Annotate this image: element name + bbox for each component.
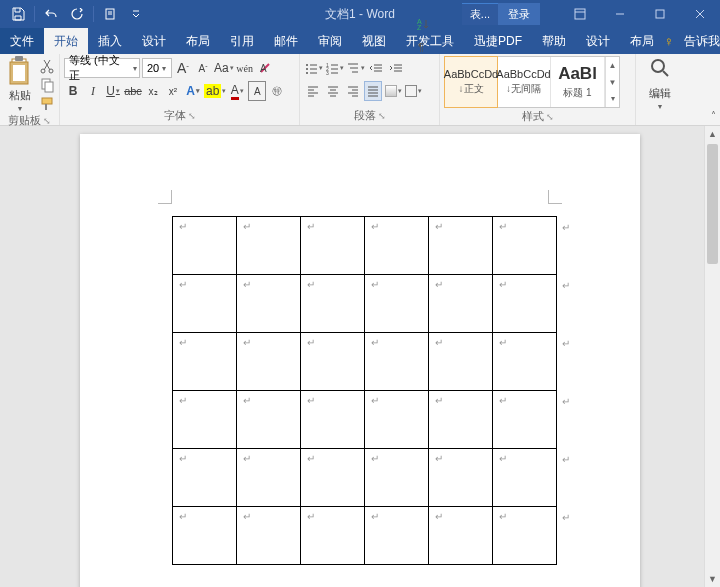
copy-button[interactable]: [39, 77, 55, 93]
strikethrough-button[interactable]: abc: [124, 81, 142, 101]
close-button[interactable]: [680, 0, 720, 28]
table-cell[interactable]: ↵: [429, 507, 493, 565]
table-row[interactable]: ↵↵↵↵↵↵: [173, 391, 557, 449]
text-effects-button[interactable]: A▾: [184, 81, 202, 101]
table-cell[interactable]: ↵: [365, 217, 429, 275]
edit-dropdown[interactable]: ▼: [657, 103, 664, 110]
table-cell[interactable]: ↵: [493, 391, 557, 449]
table-row[interactable]: ↵↵↵↵↵↵: [173, 275, 557, 333]
document-table[interactable]: ↵↵↵↵↵↵↵↵↵↵↵↵↵↵↵↵↵↵↵↵↵↵↵↵↵↵↵↵↵↵↵↵↵↵↵↵: [172, 216, 557, 565]
table-cell[interactable]: ↵: [173, 507, 237, 565]
table-cell[interactable]: ↵: [237, 217, 301, 275]
show-marks-button[interactable]: ¶: [414, 37, 432, 57]
table-cell[interactable]: ↵: [173, 333, 237, 391]
table-tools-tab[interactable]: 表...: [462, 3, 498, 25]
tab-xunjie[interactable]: 迅捷PDF: [464, 28, 532, 54]
table-cell[interactable]: ↵: [173, 217, 237, 275]
table-cell[interactable]: ↵: [365, 333, 429, 391]
grow-font-button[interactable]: Aˆ: [174, 58, 192, 78]
styles-up[interactable]: ▲: [606, 57, 619, 74]
styles-more[interactable]: ▾: [606, 90, 619, 107]
table-cell[interactable]: ↵: [429, 449, 493, 507]
format-painter-button[interactable]: [39, 96, 55, 112]
styles-down[interactable]: ▼: [606, 74, 619, 91]
borders-button[interactable]: ▾: [404, 81, 422, 101]
font-size-combo[interactable]: 20▾: [142, 58, 172, 78]
table-cell[interactable]: ↵: [173, 391, 237, 449]
underline-button[interactable]: U▾: [104, 81, 122, 101]
table-cell[interactable]: ↵: [301, 333, 365, 391]
superscript-button[interactable]: x²: [164, 81, 182, 101]
tab-mail[interactable]: 邮件: [264, 28, 308, 54]
table-row[interactable]: ↵↵↵↵↵↵: [173, 507, 557, 565]
table-cell[interactable]: ↵: [237, 333, 301, 391]
ribbon-options-button[interactable]: [560, 0, 600, 28]
table-cell[interactable]: ↵: [429, 217, 493, 275]
shrink-font-button[interactable]: Aˇ: [194, 58, 212, 78]
login-button[interactable]: 登录: [498, 3, 540, 25]
increase-indent-button[interactable]: [387, 58, 405, 78]
scroll-thumb[interactable]: [707, 144, 718, 264]
table-cell[interactable]: ↵: [237, 275, 301, 333]
styles-launcher[interactable]: ⤡: [546, 112, 554, 122]
tab-table-design[interactable]: 设计: [576, 28, 620, 54]
tab-design[interactable]: 设计: [132, 28, 176, 54]
tab-references[interactable]: 引用: [220, 28, 264, 54]
redo-button[interactable]: [65, 2, 89, 26]
shading-button[interactable]: ▾: [384, 81, 402, 101]
table-cell[interactable]: ↵: [173, 449, 237, 507]
multilevel-list-button[interactable]: ▾: [346, 58, 365, 78]
tab-insert[interactable]: 插入: [88, 28, 132, 54]
table-cell[interactable]: ↵: [237, 391, 301, 449]
numbering-button[interactable]: 123▾: [325, 58, 344, 78]
tab-file[interactable]: 文件: [0, 28, 44, 54]
tellme-button[interactable]: 告诉我: [678, 33, 720, 50]
table-cell[interactable]: ↵: [301, 391, 365, 449]
table-cell[interactable]: ↵: [301, 507, 365, 565]
table-cell[interactable]: ↵: [493, 507, 557, 565]
table-cell[interactable]: ↵: [237, 449, 301, 507]
qa-customize-dropdown[interactable]: [124, 2, 148, 26]
minimize-button[interactable]: [600, 0, 640, 28]
change-case-button[interactable]: Aa▾: [214, 58, 234, 78]
save-button[interactable]: [6, 2, 30, 26]
scroll-down-button[interactable]: ▼: [705, 571, 720, 587]
font-color-button[interactable]: A▾: [228, 81, 246, 101]
tab-review[interactable]: 审阅: [308, 28, 352, 54]
phonetic-button[interactable]: wén: [236, 58, 254, 78]
subscript-button[interactable]: x₂: [144, 81, 162, 101]
align-left-button[interactable]: [304, 81, 322, 101]
table-row[interactable]: ↵↵↵↵↵↵: [173, 333, 557, 391]
tab-table-layout[interactable]: 布局: [620, 28, 664, 54]
table-cell[interactable]: ↵: [365, 391, 429, 449]
table-cell[interactable]: ↵: [365, 507, 429, 565]
paste-button[interactable]: 粘贴 ▼: [4, 56, 36, 112]
char-border-button[interactable]: A: [248, 81, 266, 101]
clipboard-launcher[interactable]: ⤡: [43, 116, 51, 126]
enclose-char-button[interactable]: ㊕: [268, 81, 286, 101]
bullets-button[interactable]: ▾: [304, 58, 323, 78]
scroll-up-button[interactable]: ▲: [705, 126, 720, 142]
table-cell[interactable]: ↵: [493, 449, 557, 507]
table-cell[interactable]: ↵: [237, 507, 301, 565]
tab-view[interactable]: 视图: [352, 28, 396, 54]
bold-button[interactable]: B: [64, 81, 82, 101]
table-cell[interactable]: ↵: [429, 333, 493, 391]
table-cell[interactable]: ↵: [301, 275, 365, 333]
style-nospacing[interactable]: AaBbCcDd ↓无间隔: [497, 57, 551, 107]
table-row[interactable]: ↵↵↵↵↵↵: [173, 449, 557, 507]
qa-new-button[interactable]: [98, 2, 122, 26]
justify-button[interactable]: [364, 81, 382, 101]
align-center-button[interactable]: [324, 81, 342, 101]
table-cell[interactable]: ↵: [301, 449, 365, 507]
table-cell[interactable]: ↵: [365, 275, 429, 333]
tab-layout[interactable]: 布局: [176, 28, 220, 54]
tab-help[interactable]: 帮助: [532, 28, 576, 54]
italic-button[interactable]: I: [84, 81, 102, 101]
table-cell[interactable]: ↵: [493, 275, 557, 333]
font-launcher[interactable]: ⤡: [188, 111, 196, 121]
highlight-button[interactable]: ab▾: [204, 81, 226, 101]
style-normal[interactable]: AaBbCcDd ↓正文: [444, 56, 498, 108]
align-right-button[interactable]: [344, 81, 362, 101]
font-name-combo[interactable]: 等线 (中文正▾: [64, 58, 140, 78]
